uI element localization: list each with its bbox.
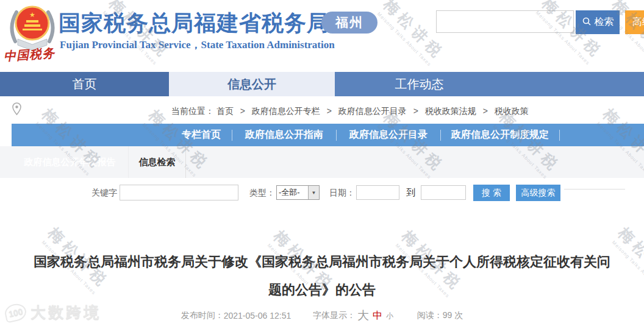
chevron-down-icon: ▼ xyxy=(308,186,319,199)
views-value: 99 次 xyxy=(443,310,463,320)
subnav-disclosure-rules[interactable]: 政府信息公开制度规定 xyxy=(441,129,559,141)
breadcrumb-item-disclosure-catalog[interactable]: 政府信息公开目录 xyxy=(338,106,407,116)
header-search-input[interactable] xyxy=(436,10,574,33)
disclosure-subnav-bar: 专栏首页 政府信息公开指南 政府信息公开目录 政府信息公开制度规定 xyxy=(12,124,644,146)
subnav-disclosure-catalog[interactable]: 政府信息公开目录 xyxy=(337,129,440,141)
divider-line xyxy=(564,189,625,190)
type-select-value: -全部- xyxy=(277,186,308,199)
tab-work-updates[interactable]: 工作动态 xyxy=(335,72,504,96)
logo-label: 大数跨境 xyxy=(30,302,101,322)
font-size-medium-button[interactable]: 中 xyxy=(373,310,382,321)
breadcrumb-separator: > xyxy=(483,106,488,116)
breadcrumb-item-disclosure-column[interactable]: 政府信息公开专栏 xyxy=(252,106,320,116)
city-badge-fuzhou[interactable]: 福州 xyxy=(321,12,377,34)
dashu-cross-border-logo: 100 大数跨境 xyxy=(5,302,101,322)
header-search-button[interactable]: 检索 xyxy=(576,10,620,34)
breadcrumb-separator: > xyxy=(240,106,245,116)
header-advanced-search-button[interactable]: 高级检索 xyxy=(625,10,644,34)
breadcrumb-item-home[interactable]: 首页 xyxy=(216,106,234,116)
font-size-label: 字体显示： xyxy=(313,310,356,320)
views-label: 阅读： xyxy=(417,310,443,320)
date-from-input[interactable] xyxy=(356,185,399,200)
date-label: 日期： xyxy=(329,188,355,199)
subtab-information-search[interactable]: 信息检索 xyxy=(129,146,186,178)
keyword-input[interactable] xyxy=(120,185,238,200)
breadcrumb-prefix: 当前位置： xyxy=(171,106,214,116)
tab-information-disclosure[interactable]: 信息公开 xyxy=(169,72,335,96)
header-search-label: 检索 xyxy=(595,16,614,29)
logo-100-icon: 100 xyxy=(3,302,27,323)
type-label: 类型： xyxy=(249,188,275,199)
emblem-caption: 中国税务 xyxy=(3,44,65,65)
publish-time-value: 2021-05-06 12:51 xyxy=(224,311,292,321)
date-to-input[interactable] xyxy=(421,185,466,200)
font-size-large-button[interactable]: 大 xyxy=(357,309,369,322)
site-title: 国家税务总局福建省税务局 xyxy=(59,9,329,38)
breadcrumb-item-tax-policy[interactable]: 税收政策 xyxy=(495,106,529,116)
breadcrumb-separator: > xyxy=(327,106,332,116)
article-title: 国家税务总局福州市税务局关于修改《国家税务总局福州市税务局关于个人所得税核定征收… xyxy=(29,248,615,304)
advanced-search-button[interactable]: 高级搜索 xyxy=(516,185,560,201)
subtab-annual-report[interactable]: 政府信息公开年度报告 xyxy=(12,146,129,178)
type-select[interactable]: -全部- ▼ xyxy=(276,185,320,200)
publish-time-label: 发布时间： xyxy=(181,310,224,320)
font-size-small-button[interactable]: 小 xyxy=(386,311,393,320)
breadcrumb-separator: > xyxy=(413,106,418,116)
subnav-disclosure-guide[interactable]: 政府信息公开指南 xyxy=(232,129,336,141)
subnav-column-home[interactable]: 专栏首页 xyxy=(171,129,232,141)
magnifier-icon xyxy=(582,16,592,29)
subtab-row: 政府信息公开年度报告 信息检索 xyxy=(0,146,644,178)
search-button[interactable]: 搜 索 xyxy=(473,185,510,201)
main-tab-bar: 首页 信息公开 工作动态 xyxy=(0,72,644,96)
tab-home[interactable]: 首页 xyxy=(0,72,169,96)
date-to-label: 到 xyxy=(406,187,415,199)
breadcrumb: 当前位置： 首页 > 政府信息公开专栏 > 政府信息公开目录 > 税收政策法规 … xyxy=(171,106,529,117)
tax-emblem-logo: ★ xyxy=(6,4,59,51)
site-subtitle: Fujian Provincial Tax Service，State Taxa… xyxy=(60,38,335,52)
subnav-divider xyxy=(559,130,560,141)
location-pin-icon xyxy=(12,102,21,118)
breadcrumb-item-tax-policy-regulations[interactable]: 税收政策法规 xyxy=(425,106,476,116)
svg-text:★: ★ xyxy=(29,11,35,18)
